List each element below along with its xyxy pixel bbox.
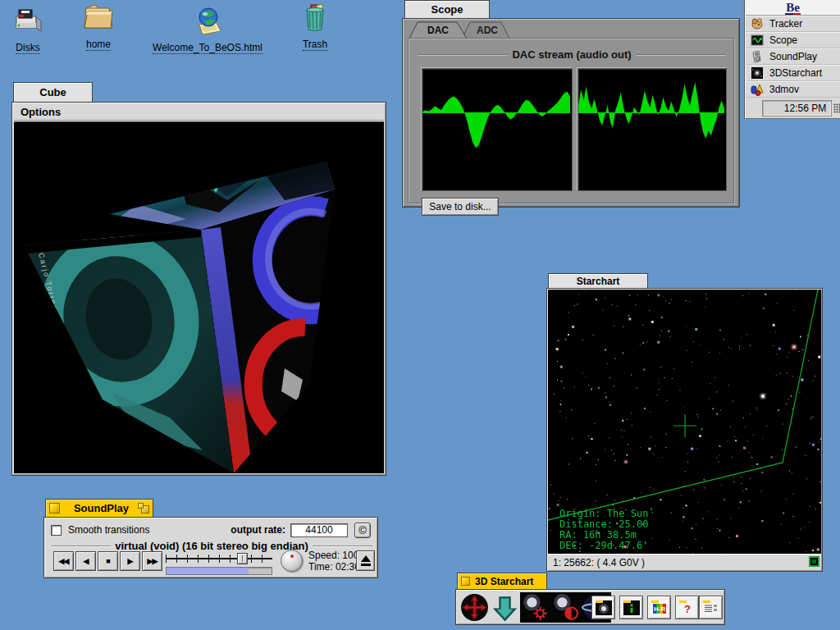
deskbar-item-label: Scope: [769, 34, 797, 46]
webpage-globe-icon: [191, 7, 224, 36]
knob-indicator-dot: [290, 555, 294, 558]
zoom-in-arrow-icon[interactable]: [490, 592, 520, 623]
starchart-window: Origin: The Sun Distance: 25.00 RA: 16h …: [546, 288, 823, 572]
track-group: virtual (void) (16 bit stereo big endian…: [51, 540, 372, 576]
starchart-toolbar-title: 3D Starchart: [475, 576, 533, 587]
options-menu[interactable]: Options: [14, 106, 61, 118]
be-menu[interactable]: Be: [746, 0, 840, 16]
deskbar-item-scope[interactable]: Scope: [746, 32, 840, 48]
starchart-statusbar: 1: 25662: ( 4.4 G0V ): [548, 554, 821, 570]
starchart-toolbar-window: H-R ?: [455, 589, 725, 625]
scope-tab-panel: DAC stream (audio out) Save to disk...: [408, 38, 734, 203]
copyright-about-button[interactable]: ©: [354, 523, 371, 538]
soundplay-top-row: Smooth transitions output rate: 44100 ©: [51, 523, 371, 537]
disks-icon: [11, 5, 44, 36]
starchart-window-titlebar[interactable]: Starchart: [548, 273, 648, 289]
smooth-transitions-label: Smooth transitions: [68, 524, 149, 536]
dac-stream-group-label: DAC stream (audio out): [512, 48, 631, 61]
starchart-sky-view[interactable]: Origin: The Sun Distance: 25.00 RA: 16h …: [548, 290, 821, 554]
cube-window-title: Cube: [39, 86, 66, 98]
pan-tool-icon[interactable]: [459, 592, 490, 623]
trash-icon: [300, 2, 330, 33]
desktop-icon-label: home: [86, 39, 111, 51]
group-rule-right: [637, 54, 725, 56]
deskbar-drag-handle[interactable]: [833, 103, 840, 113]
magnitude-filter-icon[interactable]: [550, 592, 581, 623]
desktop-icon-welcome[interactable]: Welcome_To_BeOS.html: [146, 7, 269, 54]
home-folder-icon: [81, 3, 116, 33]
position-slider[interactable]: [166, 553, 272, 564]
hr-diagram-icon: H-R: [651, 600, 668, 615]
cube-3d-canvas[interactable]: Carjo Torres 1995/1997: [14, 121, 384, 473]
scope-window-titlebar[interactable]: Scope: [404, 0, 490, 18]
soundplay-window: Smooth transitions output rate: 44100 © …: [43, 517, 378, 578]
output-rate-field[interactable]: 44100: [290, 523, 348, 537]
stop-button[interactable]: ■: [98, 551, 118, 571]
playback-progress-bar[interactable]: [166, 567, 272, 575]
slider-rail: [166, 558, 272, 559]
deskbar-clock[interactable]: 12:56 PM: [762, 100, 832, 116]
eject-icon-bar: [361, 564, 371, 566]
star-info-window-button[interactable]: [591, 596, 615, 619]
cube-window-titlebar[interactable]: Cube: [13, 82, 93, 102]
eject-button[interactable]: [356, 550, 375, 571]
group-rule-right: [313, 546, 372, 547]
starchart-readout: Origin: The Sun Distance: 25.00 RA: 16h …: [559, 509, 648, 551]
soundplay-icon: [751, 50, 764, 63]
slider-thumb[interactable]: [237, 553, 248, 564]
list-icon: [703, 600, 719, 615]
deskbar: Be Tracker Scope SoundPlay: [745, 0, 840, 119]
deskbar-item-soundplay[interactable]: SoundPlay: [746, 48, 840, 65]
info-icon: [623, 600, 640, 615]
scope-window-title: Scope: [431, 3, 463, 16]
desktop-icon-label: Welcome_To_BeOS.html: [153, 42, 262, 54]
desktop-icon-label: Disks: [16, 42, 39, 54]
tab-adc-label: ADC: [477, 25, 498, 36]
deskbar-item-label: 3dmov: [769, 84, 799, 95]
soundplay-window-titlebar[interactable]: SoundPlay: [45, 499, 153, 517]
close-box-icon[interactable]: [461, 577, 470, 586]
be-logo: Be: [784, 2, 801, 14]
dac-stream-group: DAC stream (audio out): [418, 48, 725, 61]
close-box-icon[interactable]: [49, 503, 60, 514]
hr-diagram-button[interactable]: H-R: [647, 596, 671, 619]
fast-forward-button[interactable]: ▶▶: [142, 551, 162, 571]
group-rule-left: [51, 546, 111, 547]
track-format-label: virtual (void) (16 bit stereo big endian…: [115, 540, 308, 552]
save-to-disk-button[interactable]: Save to disk...: [422, 198, 499, 216]
svg-text:H-R: H-R: [654, 605, 665, 613]
desktop-icon-label: Trash: [303, 39, 327, 51]
deskbar-item-tracker[interactable]: Tracker: [746, 16, 840, 32]
waveform-left-channel: [422, 69, 570, 189]
desktop-icon-home[interactable]: home: [49, 3, 148, 51]
scope-window: DAC ADC DAC stream (audio out) Save to d…: [402, 18, 740, 208]
deskbar-item-label: 3DStarchart: [769, 67, 822, 79]
be-logo-underline: [785, 13, 801, 15]
deskbar-item-3dstarchart[interactable]: 3DStarchart: [746, 65, 840, 81]
deskbar-item-3dmov[interactable]: 3dmov: [746, 81, 840, 98]
starchart-toolbar-titlebar[interactable]: 3D Starchart: [457, 573, 547, 589]
scope-display-right: [578, 68, 727, 191]
rewind-button[interactable]: ◀◀: [53, 551, 74, 571]
play-button[interactable]: ▶: [120, 551, 140, 571]
zoom-box-icon[interactable]: [138, 503, 149, 514]
info-window-button[interactable]: [619, 596, 643, 619]
textured-cube-render: Carjo Torres 1995/1997: [14, 122, 384, 472]
sun-filter-icon[interactable]: [520, 592, 550, 623]
deskbar-item-label: Tracker: [769, 18, 802, 30]
progress-fill: [167, 568, 249, 574]
speed-knob[interactable]: [281, 550, 303, 572]
desktop-icon-trash[interactable]: Trash: [266, 2, 364, 51]
beos-desktop: { "desktop": { "background_color": "#669…: [0, 0, 840, 630]
scope-icon: [751, 34, 764, 47]
list-window-button[interactable]: [699, 596, 723, 619]
starchart-app-icon: [751, 66, 764, 80]
help-button[interactable]: ?: [675, 596, 699, 619]
smooth-transitions-checkbox[interactable]: [51, 525, 62, 536]
scope-tabstrip: DAC ADC: [409, 21, 532, 39]
starchart-resize-knob[interactable]: [809, 556, 819, 567]
tab-dac-label: DAC: [427, 25, 449, 36]
time-readout: Time: 02:30: [308, 561, 360, 573]
scope-display-left: [422, 68, 573, 191]
play-backward-button[interactable]: ◀: [75, 551, 96, 571]
